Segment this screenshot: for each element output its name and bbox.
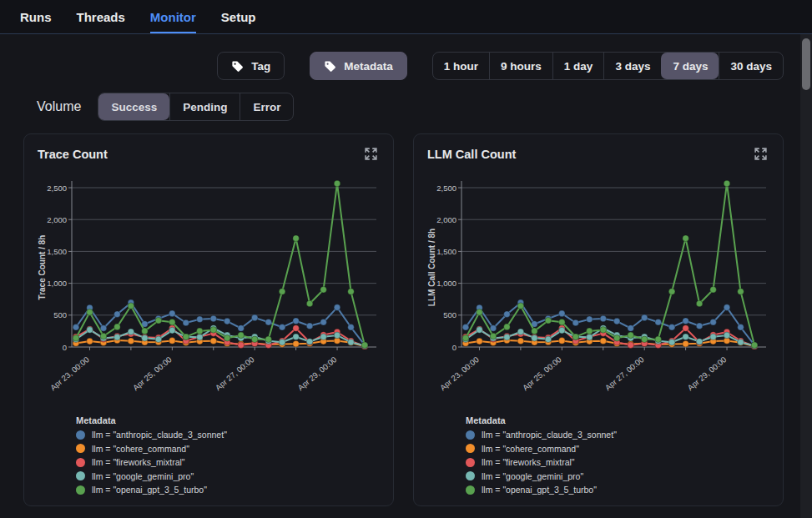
legend-item[interactable]: llm = "google_gemini_pro" <box>466 471 769 481</box>
legend-item[interactable]: llm = "cohere_command" <box>76 444 380 454</box>
legend-label: llm = "google_gemini_pro" <box>482 471 583 481</box>
line-chart-svg: 05001,0001,5002,0002,500Apr 23, 00:00Apr… <box>38 166 381 410</box>
chart-legend: Metadata llm = "anthropic_claude_3_sonne… <box>427 415 769 495</box>
legend-item[interactable]: llm = "anthropic_claude_3_sonnet" <box>76 430 380 440</box>
legend-item[interactable]: llm = "fireworks_mixtral" <box>76 457 380 467</box>
data-point <box>572 319 579 326</box>
x-tick-label: Apr 27, 00:00 <box>603 355 646 392</box>
volume-tab-success[interactable]: Success <box>98 93 169 120</box>
legend-item[interactable]: llm = "fireworks_mixtral" <box>466 457 769 467</box>
data-point <box>279 339 285 346</box>
expand-button[interactable] <box>752 145 769 163</box>
data-point <box>87 327 93 334</box>
time-range-9-hours[interactable]: 9 hours <box>489 53 552 79</box>
y-tick-label: 2,500 <box>47 184 67 193</box>
llm-call-count-card: LLM Call Count 05001,0001,5002,0002,500A… <box>413 133 784 506</box>
chart-title: Trace Count <box>38 148 108 161</box>
x-tick-label: Apr 29, 00:00 <box>296 355 339 392</box>
data-point <box>683 325 689 332</box>
y-tick-label: 1,500 <box>436 247 456 256</box>
data-point <box>169 327 176 334</box>
tag-filter-button[interactable]: Tag <box>217 52 285 80</box>
time-range-30-days[interactable]: 30 days <box>719 53 783 79</box>
data-point <box>155 336 162 343</box>
data-point <box>293 325 300 332</box>
x-tick-label: Apr 25, 00:00 <box>521 355 563 392</box>
data-point <box>142 335 149 342</box>
data-point <box>668 289 675 295</box>
data-point <box>477 338 483 344</box>
data-point <box>293 334 300 340</box>
data-point <box>613 318 620 324</box>
data-point <box>293 318 300 324</box>
legend-item[interactable]: llm = "google_gemini_pro" <box>76 471 380 481</box>
legend-label: llm = "anthropic_claude_3_sonnet" <box>482 430 617 440</box>
legend-item[interactable]: llm = "cohere_command" <box>466 444 769 454</box>
data-point <box>559 338 566 344</box>
data-point <box>361 342 368 349</box>
data-point <box>100 325 107 332</box>
page-scrollbar[interactable] <box>800 34 812 518</box>
nav-tab-threads[interactable]: Threads <box>77 0 125 33</box>
y-axis-label: Trace Count / 8h <box>38 235 47 300</box>
legend-item[interactable]: llm = "openai_gpt_3_5_turbo" <box>466 485 769 495</box>
time-range-group: 1 hour 9 hours 1 day 3 days 7 days 30 da… <box>432 52 784 80</box>
time-range-3-days[interactable]: 3 days <box>603 53 661 79</box>
data-point <box>572 334 579 340</box>
nav-tab-setup[interactable]: Setup <box>221 0 256 33</box>
tag-icon <box>324 60 336 73</box>
legend-item[interactable]: llm = "anthropic_claude_3_sonnet" <box>466 430 769 440</box>
monitor-content: Tag Metadata 1 hour 9 hours 1 day 3 days… <box>0 34 800 518</box>
metadata-button-label: Metadata <box>344 60 393 73</box>
data-point <box>183 319 189 326</box>
y-tick-label: 2,000 <box>436 215 456 224</box>
data-point <box>100 333 107 339</box>
legend-dot <box>466 430 475 440</box>
data-point <box>128 329 134 335</box>
data-point <box>279 324 285 331</box>
y-tick-label: 2,500 <box>436 184 456 193</box>
metadata-filter-button[interactable]: Metadata <box>310 52 407 80</box>
data-point <box>600 327 607 334</box>
volume-tab-error[interactable]: Error <box>240 93 293 120</box>
data-point <box>238 332 245 339</box>
nav-tab-monitor[interactable]: Monitor <box>150 0 196 33</box>
data-point <box>532 335 538 342</box>
legend-label: llm = "cohere_command" <box>482 444 579 454</box>
filter-toolbar: Tag Metadata 1 hour 9 hours 1 day 3 days… <box>20 52 784 80</box>
time-range-1-day[interactable]: 1 day <box>552 53 604 79</box>
data-point <box>559 319 566 325</box>
expand-button[interactable] <box>362 145 380 163</box>
data-point <box>334 304 340 311</box>
volume-tab-pending[interactable]: Pending <box>169 93 240 120</box>
data-point <box>169 310 176 317</box>
data-point <box>683 340 689 347</box>
data-point <box>490 333 497 339</box>
scrollbar-thumb[interactable] <box>802 38 810 90</box>
nav-tab-runs[interactable]: Runs <box>20 0 52 33</box>
data-point <box>348 339 355 346</box>
data-point <box>293 235 300 242</box>
legend-dot <box>466 458 475 467</box>
data-point <box>142 328 149 334</box>
data-point <box>197 328 204 334</box>
data-point <box>724 304 730 311</box>
y-tick-label: 2,000 <box>47 215 67 224</box>
data-point <box>73 335 79 342</box>
data-point <box>306 339 313 345</box>
y-tick-label: 1,500 <box>47 247 67 256</box>
data-point <box>683 318 689 324</box>
legend-item[interactable]: llm = "openai_gpt_3_5_turbo" <box>76 485 380 495</box>
data-point <box>517 303 524 309</box>
top-nav: Runs Threads Monitor Setup <box>0 0 812 34</box>
data-point <box>251 336 258 343</box>
line-chart-svg: 05001,0001,5002,0002,500Apr 23, 00:00Apr… <box>427 166 771 410</box>
time-range-7-days[interactable]: 7 days <box>661 53 719 79</box>
data-point <box>600 315 607 322</box>
data-point <box>738 324 744 331</box>
data-point <box>169 319 176 325</box>
data-point <box>587 334 593 340</box>
time-range-1-hour[interactable]: 1 hour <box>433 53 489 79</box>
data-point <box>320 319 327 325</box>
volume-row: Volume Success Pending Error <box>37 93 780 121</box>
